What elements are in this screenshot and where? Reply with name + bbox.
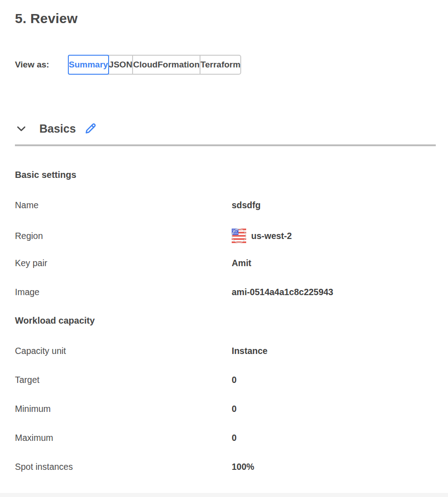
summary-groups: Basic settings Name: [15, 170, 436, 472]
key-value-row: Key pair: [15, 258, 436, 268]
tab-label: CloudFormation: [133, 60, 200, 70]
row-label: Maximum: [15, 433, 232, 443]
view-as-tab-group: SummaryJSONCloudFormationTerraform: [68, 55, 436, 75]
row-value: sdsdfg: [232, 200, 261, 210]
row-label: Spot instances: [15, 462, 232, 472]
row-label: Key pair: [15, 258, 232, 268]
key-value-row: Capacity unit: [15, 345, 436, 356]
section-divider: [15, 144, 436, 146]
next-section-strip: [0, 493, 448, 497]
key-value-row: Target: [15, 374, 436, 385]
row-value: ami-0514a4a1c8c225943: [232, 287, 333, 297]
row-label: Image: [15, 287, 232, 297]
chevron-down-icon[interactable]: [15, 122, 28, 135]
basics-section-header: Basics: [15, 121, 436, 136]
tab-label: Terraform: [200, 60, 240, 70]
key-value-row: Image: [15, 287, 436, 297]
row-value: 0: [232, 404, 237, 414]
page-title: 5. Review: [15, 10, 436, 27]
group-title: Basic settings: [15, 170, 436, 181]
row-label: Minimum: [15, 404, 232, 414]
review-page: 5. Review View as: SummaryJSONCloudForma…: [0, 0, 448, 472]
settings-group: Workload capacity Capacity unit: [15, 315, 436, 472]
tab-terraform[interactable]: Terraform: [200, 55, 241, 75]
section-title: Basics: [39, 122, 76, 135]
key-value-row: Spot instances: [15, 461, 436, 472]
key-value-row: Minimum: [15, 403, 436, 414]
view-as-label: View as:: [15, 60, 68, 70]
row-label: Target: [15, 375, 232, 385]
row-label: Capacity unit: [15, 346, 232, 356]
row-value: 100%: [232, 462, 254, 472]
row-label: Region: [15, 231, 232, 241]
row-value: Instance: [232, 346, 267, 356]
key-value-row: Name: [15, 200, 436, 210]
row-value: us-west-2: [251, 231, 292, 241]
tab-json[interactable]: JSON: [108, 55, 133, 75]
row-value: 0: [232, 375, 237, 385]
settings-group: Basic settings Name: [15, 170, 436, 297]
tab-label: Summary: [69, 60, 108, 70]
tab-cloudformation[interactable]: CloudFormation: [132, 55, 200, 75]
tab-label: JSON: [109, 60, 133, 70]
row-value: Amit: [232, 258, 251, 268]
key-value-row: Region: [15, 229, 436, 239]
pencil-edit-icon[interactable]: [83, 121, 98, 136]
view-as-row: View as: SummaryJSONCloudFormationTerraf…: [15, 55, 436, 75]
tab-summary[interactable]: Summary: [68, 55, 109, 75]
us-flag-icon: [232, 229, 246, 243]
key-value-row: Maximum: [15, 432, 436, 443]
group-title: Workload capacity: [15, 315, 436, 326]
row-label: Name: [15, 200, 232, 210]
row-value: 0: [232, 433, 237, 443]
